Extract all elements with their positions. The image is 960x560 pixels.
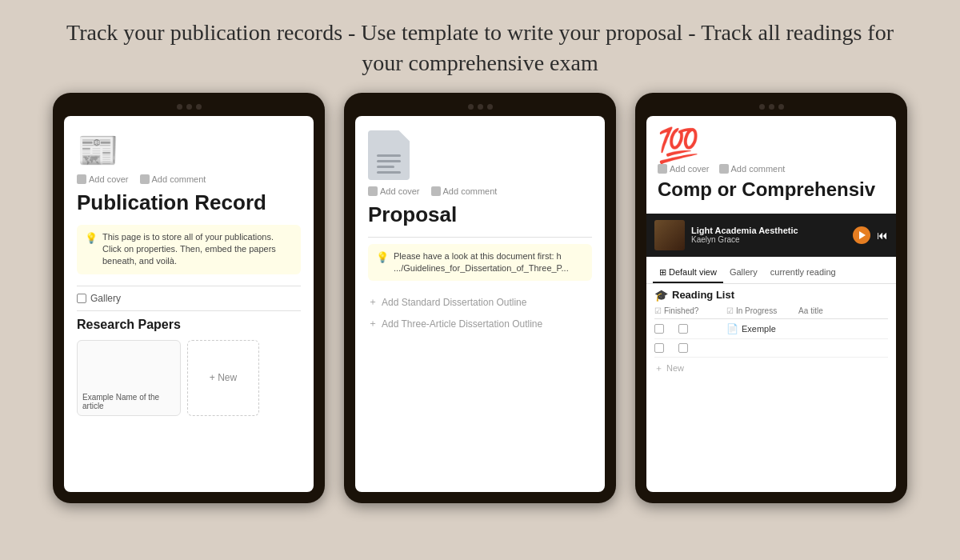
doc-lines <box>377 154 401 174</box>
row-1-title: Exemple <box>742 324 776 334</box>
right-content: 💯 Add cover Add comment Comp or Comprehe… <box>646 116 896 492</box>
middle-add-cover[interactable]: Add cover <box>368 186 420 196</box>
row-2-checks <box>654 343 726 353</box>
music-title: Light Academia Aesthetic <box>691 226 846 235</box>
col-title-header: Aa title <box>798 306 888 315</box>
middle-screen: Add cover Add comment Proposal 💡 Please … <box>355 116 605 492</box>
add-three-btn[interactable]: ＋ Add Three-Article Dissertation Outline <box>368 317 592 330</box>
add-standard-label: Add Standard Dissertation Outline <box>382 297 526 308</box>
new-card-button[interactable]: + New <box>187 340 259 416</box>
dot-9 <box>778 104 784 110</box>
comment-icon <box>140 174 150 184</box>
gallery-header: Gallery <box>77 293 301 304</box>
dot-1 <box>177 104 182 110</box>
row-1-progress-check[interactable] <box>678 324 688 334</box>
dot-8 <box>769 104 774 110</box>
divider-1 <box>77 286 301 286</box>
default-view-icon: ⊞ <box>659 267 666 278</box>
divider-2 <box>77 310 301 311</box>
cards-row: Example Name of the article + New <box>77 340 301 416</box>
right-action-row: Add cover Add comment <box>658 164 885 174</box>
gallery-label: Gallery <box>90 293 121 304</box>
middle-add-comment[interactable]: Add comment <box>431 186 498 196</box>
dot-2 <box>186 104 192 110</box>
col-title-icon: Aa <box>798 306 808 315</box>
tab-default-view[interactable]: ⊞ Default view <box>653 263 723 283</box>
table-header: ☑ Finished? ☑ In Progress Aa title <box>654 306 888 319</box>
tablet-right: 💯 Add cover Add comment Comp or Comprehe… <box>635 93 907 503</box>
music-player: Light Academia Aesthetic Kaelyn Grace ⏮ <box>646 214 896 257</box>
right-cover-icon <box>658 164 667 174</box>
research-papers-title: Research Papers <box>77 318 301 332</box>
view-tabs: ⊞ Default view Gallery currently reading <box>646 263 896 284</box>
tablet-middle: Add cover Add comment Proposal 💡 Please … <box>344 93 616 503</box>
play-button[interactable] <box>853 226 870 244</box>
left-action-row: Add cover Add comment <box>77 174 301 184</box>
comp-title: Comp or Comprehensiv <box>658 178 885 201</box>
proposal-info-box: 💡 Please have a look at this document fi… <box>368 244 592 282</box>
publication-title: Publication Record <box>77 190 301 215</box>
col-finished: ☑ Finished? <box>654 306 726 315</box>
left-screen: 📰 Add cover Add comment Publication Reco… <box>64 116 314 492</box>
publication-emoji: 📰 <box>77 130 301 170</box>
row-1-title-cell: 📄 Exemple <box>726 323 888 334</box>
table-row: 📄 Exemple <box>654 319 888 339</box>
dot-5 <box>478 104 483 110</box>
dot-3 <box>196 104 202 110</box>
publication-info-box: 💡 This page is to store all of your publ… <box>77 225 301 274</box>
tablet-dots-middle <box>355 104 605 110</box>
left-add-cover[interactable]: Add cover <box>77 174 129 184</box>
add-three-label: Add Three-Article Dissertation Outline <box>382 318 542 330</box>
col-progress: ☑ In Progress <box>726 306 798 315</box>
reading-title-row: 🎓 Reading List <box>654 289 888 302</box>
dot-6 <box>487 104 493 110</box>
gallery-view-label: Gallery <box>730 267 758 277</box>
row-1-finished-check[interactable] <box>654 324 664 334</box>
tablet-left: 📰 Add cover Add comment Publication Reco… <box>53 93 325 503</box>
play-icon <box>859 231 866 239</box>
gallery-icon <box>77 294 86 303</box>
row-1-checks <box>654 324 726 334</box>
add-standard-btn[interactable]: ＋ Add Standard Dissertation Outline <box>368 295 592 309</box>
add-new-button[interactable]: ＋ New <box>654 358 888 379</box>
reading-list-section: 🎓 Reading List ☑ Finished? ☑ In Progress <box>646 289 896 379</box>
doc-icon <box>368 130 410 180</box>
cover-icon <box>77 174 86 184</box>
card-label: Example Name of the article <box>82 393 175 410</box>
right-comment-icon <box>719 164 729 174</box>
middle-action-row: Add cover Add comment <box>368 186 592 196</box>
default-view-label: Default view <box>669 267 717 277</box>
header-text: Track your publication records - Use tem… <box>66 20 894 75</box>
publication-info-text: This page is to store all of your public… <box>102 231 293 268</box>
right-top-section: 💯 Add cover Add comment Comp or Comprehe… <box>646 116 896 214</box>
reading-hat-emoji: 🎓 <box>654 289 668 302</box>
prev-button[interactable]: ⏮ <box>877 229 888 242</box>
tab-currently-reading[interactable]: currently reading <box>764 263 842 283</box>
col-finished-label: Finished? <box>664 306 698 315</box>
doc-small-icon-1: 📄 <box>726 323 738 334</box>
table-row <box>654 339 888 358</box>
right-add-comment[interactable]: Add comment <box>719 164 786 174</box>
hundred-emoji: 💯 <box>658 129 885 162</box>
music-artist: Kaelyn Grace <box>691 235 846 244</box>
tab-gallery[interactable]: Gallery <box>723 263 764 283</box>
currently-reading-label: currently reading <box>770 267 836 277</box>
doc-fold <box>398 130 410 142</box>
reading-list-title: Reading List <box>672 289 734 301</box>
row-2-progress-check[interactable] <box>678 343 688 353</box>
col-progress-label: In Progress <box>736 306 777 315</box>
right-add-cover[interactable]: Add cover <box>658 164 710 174</box>
article-card[interactable]: Example Name of the article <box>77 340 181 416</box>
middle-cover-icon <box>368 186 378 196</box>
dot-4 <box>468 104 474 110</box>
dot-7 <box>759 104 765 110</box>
music-thumbnail <box>654 220 685 250</box>
page-header: Track your publication records - Use tem… <box>0 0 960 93</box>
add-new-label: New <box>666 363 684 373</box>
right-screen: 💯 Add cover Add comment Comp or Comprehe… <box>646 116 896 492</box>
music-info: Light Academia Aesthetic Kaelyn Grace <box>691 226 846 244</box>
middle-divider <box>368 237 592 238</box>
new-card-label: + New <box>210 372 237 383</box>
left-add-comment[interactable]: Add comment <box>140 174 206 184</box>
row-2-finished-check[interactable] <box>654 343 664 353</box>
